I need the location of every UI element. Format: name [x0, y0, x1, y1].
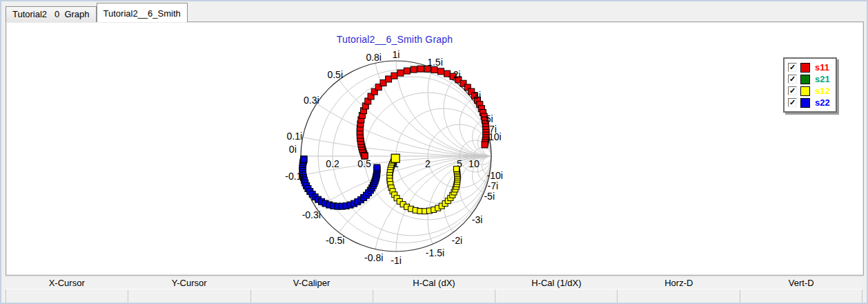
legend-row-s22: ✓s22 [788, 97, 830, 108]
reactance-label--0.3i: -0.3i [302, 209, 321, 220]
real-axis-label-2: 2 [425, 158, 431, 169]
reactance-label-3i: 3i [473, 90, 481, 101]
reactance-label--10i: -10i [487, 170, 503, 181]
toolbar-value-cell-6 [740, 289, 862, 303]
trace-s12-start-marker [391, 154, 400, 162]
legend-label-s11: s11 [815, 62, 829, 73]
reactance-label--1i: -1i [391, 255, 402, 266]
legend-label-s22: s22 [815, 97, 830, 108]
legend-row-s12: ✓s12 [788, 85, 830, 97]
graph-window: Tutorial2 0 Graph Tutorial2__6_Smith Tut… [0, 0, 868, 304]
toolbar-button-h-cal-1-dx-[interactable]: H-Cal (1/dX) [495, 277, 618, 289]
reactance-label-1i: 1i [393, 49, 400, 60]
legend-swatch-s11 [800, 63, 810, 73]
reactance-label--1.5i: -1.5i [426, 247, 444, 258]
chart-panel: Tutorial2__6_Smith Graph 0.20.5125100i0.… [6, 21, 864, 276]
reactance-label--3i: -3i [472, 214, 483, 225]
tab-tutorial2-6-smith[interactable]: Tutorial2__6_Smith [97, 3, 188, 22]
legend-label-s21: s21 [815, 74, 830, 84]
toolbar-value-cell-3 [373, 289, 495, 303]
legend-row-s11: ✓s11 [788, 61, 830, 73]
real-axis-label-0.5: 0.5 [357, 158, 371, 169]
toolbar-labels: X-CursorY-CursorV-CaliperH-Cal (dX)H-Cal… [6, 276, 862, 289]
toolbar-value-cell-4 [495, 289, 618, 303]
toolbar-button-y-cursor[interactable]: Y-Cursor [128, 277, 250, 289]
reactance-label-0.5i: 0.5i [327, 69, 343, 80]
toolbar-value-cell-1 [128, 289, 250, 303]
toolbar-button-x-cursor[interactable]: X-Cursor [6, 277, 128, 289]
toolbar-button-horz-d[interactable]: Horz-D [618, 277, 740, 289]
reactance-label-1.5i: 1.5i [427, 57, 443, 68]
reactance-label-10i: 10i [489, 131, 502, 142]
trace-s11 [357, 66, 489, 159]
legend-checkbox-s22[interactable]: ✓ [788, 98, 797, 107]
reactance-label-2i: 2i [453, 69, 461, 80]
legend-swatch-s12 [800, 86, 810, 96]
legend-label-s12: s12 [815, 86, 830, 96]
legend-row-s21: ✓s21 [788, 73, 830, 85]
reactance-label-0.1i: 0.1i [287, 131, 303, 142]
legend-swatch-s21 [800, 75, 810, 84]
reactance-label-0i: 0i [289, 144, 297, 155]
legend-swatch-s22 [800, 98, 810, 108]
real-axis-label-10: 10 [468, 158, 480, 169]
reactance-label--0.1i: -0.1i [285, 171, 304, 182]
real-axis-label-0.2: 0.2 [326, 158, 339, 169]
legend-checkbox-s21[interactable]: ✓ [788, 75, 797, 84]
reactance-label--0.5i: -0.5i [326, 235, 344, 246]
reactance-label--7i: -7i [488, 180, 499, 191]
reactance-label-0.3i: 0.3i [304, 95, 319, 106]
reactance-label--0.8i: -0.8i [364, 252, 383, 263]
toolbar-value-cell-5 [618, 289, 740, 303]
tab-tutorial2-0-graph[interactable]: Tutorial2 0 Graph [6, 6, 97, 22]
toolbar-value-cell-2 [251, 289, 373, 303]
toolbar-cells [6, 289, 862, 304]
legend-checkbox-s11[interactable]: ✓ [788, 63, 797, 72]
toolbar-value-cell-0 [6, 289, 128, 303]
trace-s22-start-marker [301, 156, 307, 162]
reactance-label--5i: -5i [484, 191, 495, 202]
reactance-label-0.8i: 0.8i [366, 52, 382, 63]
chart-title: Tutorial2__6_Smith Graph [257, 34, 533, 45]
trace-s11-start-marker [362, 153, 368, 159]
toolbar-button-vert-d[interactable]: Vert-D [740, 277, 862, 289]
smith-chart: 0.20.5125100i0.1i0.3i0.5i0.8i1i1.5i2i3i5… [6, 22, 863, 275]
legend-checkbox-s12[interactable]: ✓ [788, 86, 797, 95]
toolbar-button-h-cal-dx-[interactable]: H-Cal (dX) [373, 277, 495, 289]
tab-bar: Tutorial2 0 Graph Tutorial2__6_Smith [6, 3, 188, 22]
reactance-label--2i: -2i [451, 235, 462, 246]
toolbar-button-v-caliper[interactable]: V-Caliper [250, 277, 373, 289]
legend-box: ✓s11✓s21✓s12✓s22 [783, 57, 837, 113]
